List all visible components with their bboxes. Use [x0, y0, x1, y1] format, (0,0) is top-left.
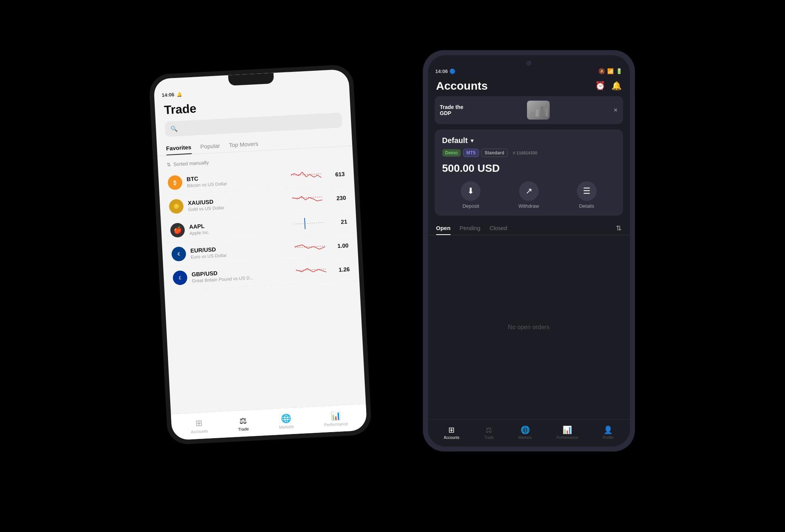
- acc-bottom-nav: ⊞ Accounts ⚖ Trade 🌐 Markets 📊 Performan…: [428, 419, 630, 446]
- wifi-icon: 📶: [607, 68, 614, 74]
- aapl-info: AAPL Apple Inc.: [189, 218, 289, 236]
- svg-rect-7: [536, 109, 539, 117]
- tab-popular[interactable]: Popular: [200, 140, 220, 154]
- trade-bottom-nav: ⊞ Accounts ⚖ Trade 🌐 Markets 📊 Performan…: [171, 404, 367, 440]
- aapl-price: 21: [328, 218, 347, 226]
- deposit-icon: ⬇: [467, 186, 474, 196]
- alarm-icon[interactable]: ⏰: [595, 81, 605, 91]
- xau-info: XAU/USD Gold vs US Dollar: [188, 194, 288, 212]
- search-icon: 🔍: [170, 125, 177, 132]
- tag-account-id: # 116814330: [510, 149, 540, 156]
- acc-time: 14:06: [435, 68, 448, 74]
- svg-rect-8: [541, 106, 544, 117]
- trade-nav-trade[interactable]: ⚖ Trade: [237, 415, 249, 431]
- gbp-icon: £: [172, 270, 187, 285]
- xau-chart: [292, 193, 322, 206]
- phone-front: 14:06 🔵 🔕 📶 🔋 Accounts ⏰ 🔔: [423, 50, 635, 451]
- btc-chart: [291, 169, 321, 182]
- tab-favorites[interactable]: Favorites: [166, 142, 191, 155]
- markets-icon: 🌐: [280, 413, 291, 423]
- chevron-down-icon[interactable]: ▾: [471, 137, 474, 144]
- gbp-chart: [295, 264, 326, 277]
- tab-closed[interactable]: Closed: [490, 221, 507, 235]
- details-button[interactable]: ☰: [577, 181, 597, 201]
- bell-icon[interactable]: 🔔: [611, 81, 622, 91]
- acc-nav-profile[interactable]: 👤 Profile: [603, 425, 613, 440]
- acc-nav-performance[interactable]: 📊 Performance: [556, 425, 578, 440]
- trade-nav-icon: ⚖: [239, 415, 247, 426]
- acc-profile-icon: 👤: [603, 425, 613, 434]
- tag-demo: Demo: [442, 149, 461, 157]
- eur-chart: [294, 241, 325, 254]
- tab-top-movers[interactable]: Top Movers: [229, 138, 258, 152]
- phone-back: 14:06 🔔 Trade 🔍 Favorites Popular Top Mo…: [148, 64, 372, 445]
- acc-trade-icon: ⚖: [485, 425, 492, 434]
- deposit-button[interactable]: ⬇: [461, 181, 480, 201]
- aapl-chart: [293, 217, 324, 230]
- svg-rect-6: [531, 112, 534, 117]
- trade-nav-performance[interactable]: 📊 Performance: [323, 411, 348, 427]
- scene: 14:06 🔔 Trade 🔍 Favorites Popular Top Mo…: [128, 39, 658, 493]
- acc-accounts-icon: ⊞: [448, 425, 455, 434]
- withdraw-label: Withdraw: [518, 203, 539, 209]
- eur-price: 1.00: [329, 242, 348, 249]
- acc-nav-accounts[interactable]: ⊞ Accounts: [444, 425, 459, 440]
- tab-pending[interactable]: Pending: [460, 221, 480, 235]
- btc-info: BTC Bitcoin vs US Dollar: [186, 171, 286, 188]
- btc-icon: ₿: [167, 175, 182, 190]
- deposit-label: Deposit: [462, 203, 479, 209]
- acc-order-tabs: Open Pending Closed ⇅: [428, 221, 630, 235]
- acc-card: Default ▾ Demo MT5 Standard # 116814330 …: [435, 129, 623, 216]
- withdraw-action[interactable]: ↗ Withdraw: [518, 181, 539, 209]
- banner-image: [527, 101, 550, 120]
- acc-status-left: 14:06 🔵: [435, 68, 455, 74]
- trade-time: 14:06: [162, 92, 174, 98]
- battery-icon: 🔋: [616, 68, 622, 74]
- svg-line-1: [292, 197, 322, 198]
- eur-info: EUR/USD Euro vs US Dollar: [190, 242, 290, 260]
- tag-mt5: MT5: [463, 149, 479, 157]
- tab-open[interactable]: Open: [436, 221, 451, 235]
- acc-markets-icon: 🌐: [521, 425, 530, 434]
- acc-header: Accounts ⏰ 🔔: [428, 76, 630, 96]
- acc-card-header: Default ▾: [442, 136, 616, 145]
- details-icon: ☰: [583, 186, 591, 196]
- acc-nav-trade[interactable]: ⚖ Trade: [484, 425, 494, 440]
- acc-balance: 500.00 USD: [442, 162, 616, 174]
- details-action[interactable]: ☰ Details: [577, 181, 597, 209]
- xau-price: 230: [327, 194, 346, 202]
- gbp-info: GBP/USD Great Britain Pound vs US D...: [191, 266, 292, 283]
- svg-rect-9: [546, 108, 548, 117]
- no-orders-message: No open orders: [428, 235, 630, 419]
- front-camera: [526, 61, 532, 66]
- banner-close-button[interactable]: ×: [614, 106, 618, 114]
- acc-header-icons: ⏰ 🔔: [595, 81, 622, 91]
- trade-nav-accounts[interactable]: ⊞ Accounts: [190, 418, 208, 434]
- acc-page-title: Accounts: [436, 79, 488, 92]
- acc-status-bar: 14:06 🔵 🔕 📶 🔋: [428, 66, 630, 76]
- acc-performance-icon: 📊: [563, 425, 572, 434]
- xau-icon: 🪙: [169, 199, 184, 214]
- acc-card-name: Default: [442, 136, 468, 145]
- mute-icon: 🔕: [598, 68, 605, 74]
- svg-line-4: [295, 246, 325, 247]
- deposit-action[interactable]: ⬇ Deposit: [461, 181, 480, 209]
- trade-nav-markets[interactable]: 🌐 Markets: [278, 413, 294, 429]
- tabs-sort-icon[interactable]: ⇅: [616, 224, 622, 232]
- acc-banner-text: Trade the GDP: [440, 104, 463, 116]
- btc-price: 613: [325, 171, 345, 178]
- acc-status-dot-icon: 🔵: [449, 68, 455, 74]
- gbp-price: 1.26: [330, 266, 350, 273]
- acc-banner: Trade the GDP ×: [435, 96, 623, 124]
- acc-nav-markets[interactable]: 🌐 Markets: [518, 425, 532, 440]
- details-label: Details: [579, 203, 594, 209]
- eur-icon: €: [171, 246, 186, 261]
- sort-icon: ⇅: [166, 162, 171, 168]
- performance-icon: 📊: [330, 411, 340, 421]
- acc-status-right: 🔕 📶 🔋: [598, 68, 622, 74]
- withdraw-button[interactable]: ↗: [519, 181, 539, 201]
- trade-notification-icon: 🔔: [176, 92, 182, 97]
- svg-line-3: [293, 222, 323, 224]
- withdraw-icon: ↗: [525, 186, 532, 196]
- accounts-icon: ⊞: [195, 418, 202, 428]
